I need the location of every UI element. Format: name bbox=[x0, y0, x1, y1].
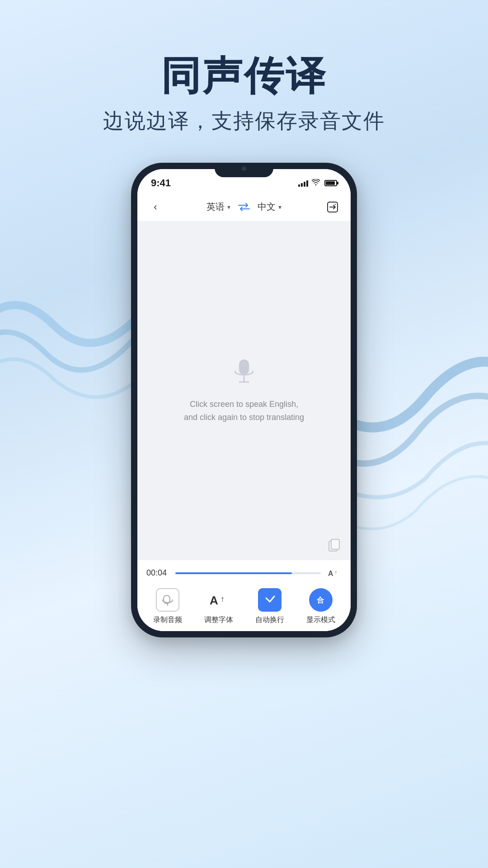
progress-track[interactable] bbox=[175, 572, 321, 574]
microphone-icon bbox=[230, 357, 258, 389]
hint-text: Click screen to speak English, and click… bbox=[184, 398, 304, 424]
hint-line1: Click screen to speak English, bbox=[190, 400, 298, 409]
page-subtitle: 边说边译，支持保存录音文件 bbox=[0, 107, 488, 135]
display-mode-label: 显示模式 bbox=[306, 615, 335, 625]
svg-rect-5 bbox=[331, 539, 339, 549]
svg-text:↑: ↑ bbox=[221, 594, 225, 604]
svg-text:A: A bbox=[328, 570, 333, 577]
mic-area: Click screen to speak English, and click… bbox=[184, 357, 304, 424]
progress-fill bbox=[175, 572, 292, 574]
status-icons bbox=[298, 179, 337, 187]
bottom-toolbar: 录制音频 A ↑ 调整字体 bbox=[137, 586, 351, 631]
share-button[interactable] bbox=[324, 198, 342, 216]
auto-wrap-icon-wrap bbox=[258, 588, 282, 612]
record-audio-icon-wrap bbox=[156, 588, 179, 612]
signal-icon bbox=[298, 179, 308, 187]
source-lang-arrow: ▾ bbox=[227, 203, 230, 211]
phone-frame: 9:41 bbox=[131, 163, 357, 637]
phone-notch bbox=[215, 163, 273, 177]
svg-text:A: A bbox=[210, 594, 218, 607]
source-lang-text: 英语 bbox=[206, 201, 225, 213]
auto-wrap-label: 自动换行 bbox=[255, 615, 284, 625]
status-time: 9:41 bbox=[151, 177, 171, 189]
progress-area: 00:04 A ↑ bbox=[137, 560, 351, 586]
adjust-font-label: 调整字体 bbox=[204, 615, 233, 625]
tool-record-audio[interactable]: 录制音频 bbox=[145, 588, 190, 625]
target-lang-text: 中文 bbox=[258, 201, 276, 213]
tool-auto-wrap[interactable]: 自动换行 bbox=[247, 588, 292, 625]
hint-line2: and click again to stop translating bbox=[184, 413, 304, 422]
svg-text:↑: ↑ bbox=[334, 569, 337, 576]
wifi-icon bbox=[312, 179, 320, 187]
phone-screen: 9:41 bbox=[137, 169, 351, 631]
battery-icon bbox=[324, 180, 337, 186]
font-size-icon[interactable]: A ↑ bbox=[327, 566, 342, 580]
svg-rect-1 bbox=[239, 359, 249, 375]
camera-cutout bbox=[242, 166, 246, 171]
target-lang-arrow: ▾ bbox=[278, 203, 282, 211]
progress-time: 00:04 bbox=[146, 568, 169, 578]
target-language[interactable]: 中文 ▾ bbox=[258, 201, 282, 213]
page-title: 同声传译 bbox=[0, 54, 488, 98]
phone-mockup: 9:41 bbox=[131, 163, 357, 637]
language-selector: 英语 ▾ 中文 ▾ bbox=[164, 201, 324, 213]
tool-display-mode[interactable]: 合 显示模式 bbox=[298, 588, 343, 625]
app-nav: ‹ 英语 ▾ 中文 ▾ bbox=[137, 193, 351, 222]
main-content[interactable]: Click screen to speak English, and click… bbox=[137, 222, 351, 560]
display-mode-icon-wrap: 合 bbox=[309, 588, 333, 612]
back-button[interactable]: ‹ bbox=[146, 198, 164, 216]
copy-icon[interactable] bbox=[327, 538, 342, 552]
swap-language-button[interactable] bbox=[238, 203, 250, 211]
svg-text:合: 合 bbox=[316, 596, 324, 604]
source-language[interactable]: 英语 ▾ bbox=[206, 201, 230, 213]
adjust-font-icon-wrap: A ↑ bbox=[207, 588, 230, 612]
tool-adjust-font[interactable]: A ↑ 调整字体 bbox=[196, 588, 241, 625]
page-header: 同声传译 边说边译，支持保存录音文件 bbox=[0, 0, 488, 162]
record-audio-label: 录制音频 bbox=[153, 615, 182, 625]
